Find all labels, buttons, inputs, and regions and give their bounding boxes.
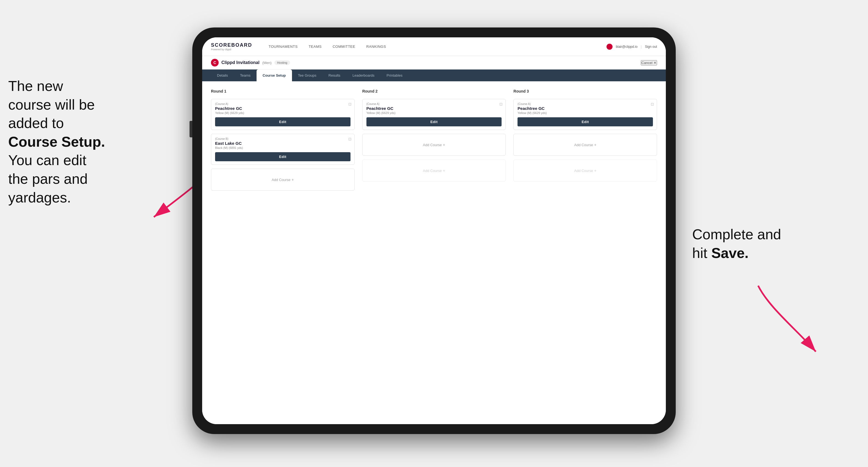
- nav-right: blair@clippd.io | Sign out: [607, 44, 657, 50]
- clippd-logo: C: [211, 59, 219, 66]
- annotation-right-bold: Save.: [711, 245, 748, 261]
- round-2-course-a-delete-icon[interactable]: ⊡: [499, 102, 503, 106]
- annotation-bold: Course Setup.: [8, 134, 105, 150]
- round-2-add-course-label: Add Course+: [423, 143, 445, 147]
- annotation-right: Complete and hit Save.: [692, 225, 824, 262]
- cancel-button[interactable]: Cancel ✕: [641, 60, 657, 65]
- round-3-course-a-tag: (Course A): [518, 102, 653, 105]
- round-3-column: Round 3 ⊡ (Course A) Peachtree GC Yellow…: [514, 89, 657, 191]
- round-2-course-a-info: Yellow (M) (6629 yds): [366, 111, 502, 115]
- round-1-course-a-info: Yellow (M) (6629 yds): [215, 111, 350, 115]
- annotation-right-line2: hit: [692, 245, 711, 261]
- round-3-course-a-delete-icon[interactable]: ⊡: [651, 102, 654, 106]
- round-3-add-course-label: Add Course+: [574, 143, 596, 147]
- annotation-line3: added to: [8, 115, 64, 131]
- round-1-course-a-name: Peachtree GC: [215, 106, 350, 111]
- logo-scoreboard: SCOREBOARD: [211, 42, 252, 48]
- round-1-add-course-button[interactable]: Add Course+: [211, 169, 354, 191]
- tournament-bar: C Clippd Invitational (Men) Hosting Canc…: [202, 56, 666, 69]
- nav-links: TOURNAMENTS TEAMS COMMITTEE RANKINGS: [263, 42, 607, 51]
- round-2-course-a-name: Peachtree GC: [366, 106, 502, 111]
- rounds-grid: Round 1 ⊡ (Course A) Peachtree GC Yellow…: [211, 89, 657, 191]
- nav-committee[interactable]: COMMITTEE: [327, 42, 361, 51]
- nav-tournaments[interactable]: TOURNAMENTS: [263, 42, 303, 51]
- user-email: blair@clippd.io: [616, 45, 638, 49]
- round-3-course-a-info: Yellow (M) (6629 yds): [518, 111, 653, 115]
- round-2-add-course-disabled-label: Add Course+: [423, 168, 445, 173]
- top-navbar: SCOREBOARD Powered by clippd TOURNAMENTS…: [202, 37, 666, 56]
- round-2-course-a-card: ⊡ (Course A) Peachtree GC Yellow (M) (66…: [362, 99, 506, 130]
- annotation-line1: The new: [8, 78, 63, 94]
- round-1-course-a-edit-button[interactable]: Edit: [215, 117, 350, 126]
- round-1-course-b-delete-icon[interactable]: ⊡: [348, 137, 351, 141]
- hosting-badge: Hosting: [274, 60, 290, 65]
- tab-results[interactable]: Results: [322, 69, 346, 81]
- app-content: SCOREBOARD Powered by clippd TOURNAMENTS…: [202, 37, 666, 424]
- round-3-add-course-disabled-label: Add Course+: [574, 168, 596, 173]
- round-2-add-course-button[interactable]: Add Course+: [362, 134, 506, 156]
- annotation-line2: course will be: [8, 97, 95, 113]
- round-3-add-course-disabled: Add Course+: [514, 160, 657, 182]
- nav-rankings[interactable]: RANKINGS: [361, 42, 392, 51]
- tab-leaderboards[interactable]: Leaderboards: [346, 69, 380, 81]
- round-1-course-b-card: ⊡ (Course B) East Lake GC Black (M) (689…: [211, 134, 354, 165]
- round-1-column: Round 1 ⊡ (Course A) Peachtree GC Yellow…: [211, 89, 354, 191]
- tab-printables[interactable]: Printables: [380, 69, 408, 81]
- tabs-bar: Details Teams Course Setup Tee Groups Re…: [202, 69, 666, 81]
- round-1-course-a-card: ⊡ (Course A) Peachtree GC Yellow (M) (66…: [211, 99, 354, 130]
- round-3-course-a-name: Peachtree GC: [518, 106, 653, 111]
- round-1-course-b-info: Black (M) (6891 yds): [215, 146, 350, 150]
- logo-area: SCOREBOARD Powered by clippd: [211, 42, 252, 51]
- tab-tee-groups[interactable]: Tee Groups: [292, 69, 322, 81]
- round-1-label: Round 1: [211, 89, 354, 93]
- round-1-course-a-delete-icon[interactable]: ⊡: [348, 102, 351, 106]
- annotation-right-line1: Complete and: [692, 226, 781, 242]
- round-2-add-course-disabled: Add Course+: [362, 160, 506, 182]
- round-3-label: Round 3: [514, 89, 657, 93]
- round-1-course-a-tag: (Course A): [215, 102, 350, 105]
- tab-details[interactable]: Details: [211, 69, 234, 81]
- round-1-course-b-tag: (Course B): [215, 137, 350, 141]
- tab-teams[interactable]: Teams: [234, 69, 256, 81]
- round-2-column: Round 2 ⊡ (Course A) Peachtree GC Yellow…: [362, 89, 506, 191]
- round-2-course-a-edit-button[interactable]: Edit: [366, 117, 502, 126]
- round-1-course-b-edit-button[interactable]: Edit: [215, 152, 350, 161]
- nav-teams[interactable]: TEAMS: [303, 42, 327, 51]
- round-3-course-a-edit-button[interactable]: Edit: [518, 117, 653, 126]
- tab-course-setup[interactable]: Course Setup: [256, 69, 292, 81]
- main-content: Round 1 ⊡ (Course A) Peachtree GC Yellow…: [202, 81, 666, 424]
- logo-sub: Powered by clippd: [211, 48, 252, 51]
- side-button: [189, 121, 192, 137]
- arrow-right: [747, 280, 824, 357]
- round-1-course-b-name: East Lake GC: [215, 141, 350, 146]
- round-3-add-course-button[interactable]: Add Course+: [514, 134, 657, 156]
- round-1-add-course-label: Add Course+: [272, 178, 294, 182]
- user-avatar: [607, 44, 613, 50]
- tournament-name: Clippd Invitational: [221, 60, 259, 65]
- sign-out-link[interactable]: Sign out: [645, 45, 657, 49]
- tablet-shell: SCOREBOARD Powered by clippd TOURNAMENTS…: [192, 28, 676, 434]
- tournament-gender: (Men): [262, 61, 272, 65]
- round-2-label: Round 2: [362, 89, 506, 93]
- annotation-line6: yardages.: [8, 190, 71, 206]
- round-3-course-a-card: ⊡ (Course A) Peachtree GC Yellow (M) (66…: [514, 99, 657, 130]
- annotation-line4: You can edit: [8, 152, 86, 168]
- annotation-line5: the pars and: [8, 171, 88, 187]
- tournament-title-row: C Clippd Invitational (Men) Hosting: [211, 59, 290, 66]
- tablet-screen: SCOREBOARD Powered by clippd TOURNAMENTS…: [202, 37, 666, 424]
- round-2-course-a-tag: (Course A): [366, 102, 502, 105]
